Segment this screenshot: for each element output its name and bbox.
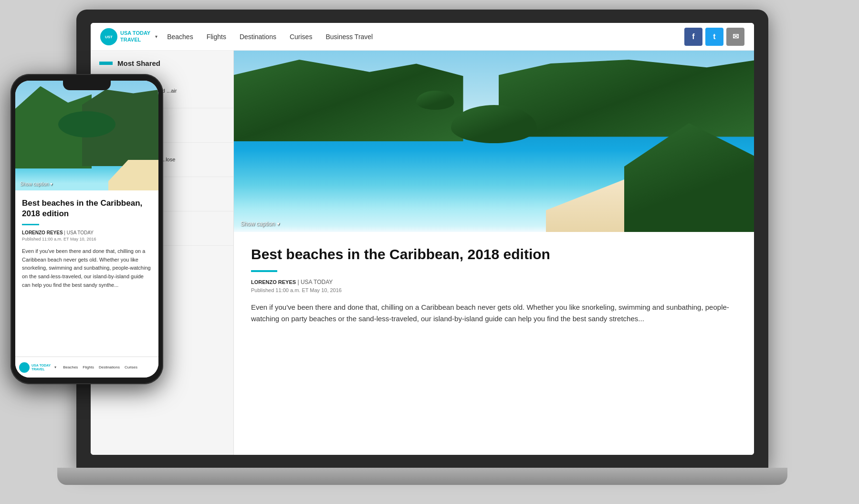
laptop-content: Most Shared ...solo to ...d ...air (91, 51, 754, 455)
phone-logo-text: USA TODAY TRAVEL (31, 364, 51, 371)
phone-nav-links: Beaches Flights Destinations Curises (63, 365, 137, 369)
phone-hero-scene (15, 81, 158, 190)
phone-dropdown-icon[interactable]: ▾ (54, 365, 56, 369)
usa-today-logo-icon: UST (100, 28, 117, 45)
hero-scene (234, 51, 754, 232)
email-button[interactable]: ✉ (726, 28, 744, 46)
phone-screen: Show caption ▾ Best beaches in the Carib… (15, 81, 158, 378)
article-byline: LORENZO REYES | USA TODAY (251, 279, 737, 285)
phone-byline: LORENZO REYES | USA TODAY (22, 230, 152, 235)
nav-link-curises[interactable]: Curises (290, 33, 312, 41)
laptop-main-article: Show caption ▾ Best beaches in the Carib… (234, 51, 754, 455)
show-caption-button[interactable]: Show caption ▾ (241, 220, 280, 227)
article-body: Best beaches in the Caribbean, 2018 edit… (234, 232, 754, 338)
phone-nav-logo[interactable]: USA TODAY TRAVEL (19, 362, 51, 373)
laptop-nav-links: Beaches Flights Destinations Curises Bus… (167, 33, 684, 41)
article-title: Best beaches in the Caribbean, 2018 edit… (251, 245, 737, 263)
phone-logo-icon (19, 362, 30, 373)
laptop-logo[interactable]: UST USA TODAY TRAVEL (100, 28, 150, 45)
phone-device: Show caption ▾ Best beaches in the Carib… (10, 74, 163, 384)
laptop-frame: UST USA TODAY TRAVEL ▾ Beaches Flights D… (76, 10, 768, 468)
phone-article-title: Best beaches in the Caribbean, 2018 edit… (22, 198, 152, 219)
phone-nav-destinations[interactable]: Destinations (99, 365, 120, 369)
phone-notch (63, 81, 111, 90)
phone-article-body: Best beaches in the Caribbean, 2018 edit… (15, 190, 158, 297)
hero-island-small (416, 91, 454, 110)
section-bar-icon (99, 62, 113, 65)
sidebar-section-title: Most Shared (91, 59, 233, 74)
phone-body-text: Even if you've been there and done that,… (22, 247, 152, 289)
phone-hero-image: Show caption ▾ (15, 81, 158, 190)
caption-chevron-icon: ▾ (277, 220, 280, 227)
phone-show-caption[interactable]: Show caption ▾ (20, 181, 52, 187)
article-date: Published 11:00 a.m. ET May 10, 2016 (251, 287, 737, 293)
nav-link-flights[interactable]: Flights (207, 33, 226, 41)
phone-nav-curises[interactable]: Curises (125, 365, 137, 369)
mountain-right (499, 60, 754, 137)
phone-island (58, 111, 115, 137)
laptop-base (57, 468, 787, 485)
twitter-button[interactable]: t (705, 28, 723, 46)
phone-nav-flights[interactable]: Flights (83, 365, 94, 369)
logo-dropdown-icon[interactable]: ▾ (155, 34, 157, 39)
facebook-button[interactable]: f (684, 28, 702, 46)
phone-frame: Show caption ▾ Best beaches in the Carib… (10, 74, 163, 384)
phone-date: Published 11:00 a.m. ET May 10, 2016 (22, 237, 152, 242)
laptop-social-icons: f t ✉ (684, 28, 744, 46)
nav-link-beaches[interactable]: Beaches (167, 33, 193, 41)
laptop-screen: UST USA TODAY TRAVEL ▾ Beaches Flights D… (91, 23, 754, 455)
nav-link-destinations[interactable]: Destinations (240, 33, 276, 41)
laptop-device: UST USA TODAY TRAVEL ▾ Beaches Flights D… (76, 10, 768, 468)
svg-text:UST: UST (105, 35, 113, 39)
article-accent-bar (251, 270, 277, 272)
phone-bottom-nav: USA TODAY TRAVEL ▾ Beaches Flights Desti… (15, 357, 158, 378)
article-body-text: Even if you've been there and done that,… (251, 302, 737, 326)
article-hero-image: Show caption ▾ (234, 51, 754, 232)
phone-accent-bar (22, 224, 39, 225)
laptop-navbar: UST USA TODAY TRAVEL ▾ Beaches Flights D… (91, 23, 754, 51)
nav-link-business-travel[interactable]: Business Travel (325, 33, 373, 41)
laptop-logo-text: USA TODAY TRAVEL (120, 30, 150, 42)
phone-nav-beaches[interactable]: Beaches (63, 365, 78, 369)
